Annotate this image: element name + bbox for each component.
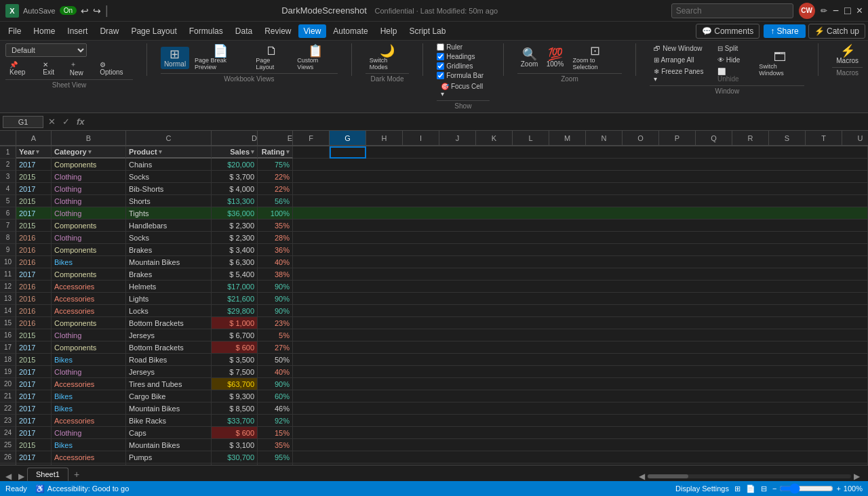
cell-rating-18[interactable]: 50% — [258, 354, 293, 366]
cell-year-18[interactable]: 2015 — [16, 354, 52, 366]
row-num-11[interactable]: 11 — [0, 268, 16, 281]
col-header-m[interactable]: M — [549, 131, 586, 146]
row-num-21[interactable]: 21 — [0, 390, 16, 402]
cell-cat-22[interactable]: Bikes — [52, 402, 126, 415]
cell-empty-21[interactable] — [293, 390, 868, 402]
cell-cat-5[interactable]: Clothing — [52, 195, 126, 207]
cell-sales-3[interactable]: $ 3,700 — [212, 171, 258, 183]
cell-sales-21[interactable]: $ 9,300 — [212, 390, 258, 402]
row-num-5[interactable]: 5 — [0, 195, 16, 207]
cell-year-6[interactable]: 2017 — [16, 207, 52, 220]
cell-empty-15[interactable] — [293, 317, 868, 329]
cell-prod-4[interactable]: Bib-Shorts — [126, 183, 212, 195]
prev-sheet-btn[interactable]: ◀ — [3, 472, 14, 481]
cell-g1[interactable] — [330, 146, 366, 159]
display-settings-btn[interactable]: Display Settings — [675, 484, 729, 493]
header-sales[interactable]: Sales ▾ — [212, 146, 258, 159]
col-header-d[interactable]: D — [212, 131, 258, 146]
cell-sales-19[interactable]: $ 7,500 — [212, 366, 258, 378]
cell-prod-11[interactable]: Brakes — [126, 268, 212, 281]
row-num-15[interactable]: 15 — [0, 317, 16, 329]
col-header-j[interactable]: J — [439, 131, 476, 146]
cell-empty-7[interactable] — [293, 220, 868, 232]
cell-empty-16[interactable] — [293, 329, 868, 342]
cell-year-4[interactable]: 2017 — [16, 183, 52, 195]
cell-rating-9[interactable]: 36% — [258, 244, 293, 256]
row-num-23[interactable]: 23 — [0, 415, 16, 427]
headings-check[interactable]: Headings — [437, 53, 475, 60]
zoom-btn[interactable]: 🔍 Zoom — [517, 47, 542, 69]
col-header-s[interactable]: S — [769, 131, 806, 146]
cell-prod-6[interactable]: Tights — [126, 207, 212, 220]
cell-sales-10[interactable]: $ 6,300 — [212, 256, 258, 268]
arrange-all-btn[interactable]: ⊞ Arrange All — [650, 55, 709, 65]
cell-empty-18[interactable] — [293, 354, 868, 366]
cell-prod-26[interactable]: Pumps — [126, 451, 212, 463]
menu-data[interactable]: Data — [230, 24, 258, 38]
horizontal-scrollbar[interactable] — [648, 474, 851, 478]
cell-sales-20[interactable]: $63,700 — [212, 378, 258, 390]
cell-prod-10[interactable]: Mountain Bikes — [126, 256, 212, 268]
cell-sales-5[interactable]: $13,300 — [212, 195, 258, 207]
cell-year-20[interactable]: 2017 — [16, 378, 52, 390]
cell-year-10[interactable]: 2016 — [16, 256, 52, 268]
header-year[interactable]: Year ▾ — [16, 146, 52, 159]
cell-empty-19[interactable] — [293, 366, 868, 378]
switch-modes-btn[interactable]: 🌙 Switch Modes — [366, 43, 409, 72]
formula-input[interactable] — [90, 117, 865, 127]
options-btn[interactable]: ⚙ Options — [96, 58, 133, 78]
row-num-22[interactable]: 22 — [0, 402, 16, 415]
cell-empty-6[interactable] — [293, 207, 868, 220]
cell-rating-11[interactable]: 38% — [258, 268, 293, 281]
cell-cat-26[interactable]: Accessories — [52, 451, 126, 463]
cell-sales-13[interactable]: $21,600 — [212, 293, 258, 305]
cell-sales-2[interactable]: $20,000 — [212, 159, 258, 171]
col-header-i[interactable]: I — [403, 131, 439, 146]
menu-help[interactable]: Help — [375, 24, 403, 38]
cell-sales-7[interactable]: $ 2,300 — [212, 220, 258, 232]
cell-rating-10[interactable]: 40% — [258, 256, 293, 268]
cell-prod-8[interactable]: Socks — [126, 232, 212, 244]
share-btn[interactable]: ↑ Share — [764, 24, 805, 38]
cell-year-24[interactable]: 2017 — [16, 427, 52, 439]
cell-cat-8[interactable]: Clothing — [52, 232, 126, 244]
minimize-btn[interactable]: − — [833, 5, 839, 17]
cell-empty-9[interactable] — [293, 244, 868, 256]
cell-prod-18[interactable]: Road Bikes — [126, 354, 212, 366]
split-btn[interactable]: ⊟ Split — [713, 43, 751, 54]
row-num-14[interactable]: 14 — [0, 305, 16, 317]
cell-empty-12[interactable] — [293, 281, 868, 293]
row-num-7[interactable]: 7 — [0, 220, 16, 232]
cell-empty-14[interactable] — [293, 305, 868, 317]
cell-rating-5[interactable]: 56% — [258, 195, 293, 207]
cell-empty-25[interactable] — [293, 439, 868, 451]
comments-btn[interactable]: 💬 Comments — [696, 24, 760, 39]
col-header-g[interactable]: G — [330, 131, 366, 146]
cell-year-3[interactable]: 2015 — [16, 171, 52, 183]
row-num-12[interactable]: 12 — [0, 281, 16, 293]
new-window-btn[interactable]: 🗗 New Window — [650, 43, 709, 54]
cell-cat-13[interactable]: Accessories — [52, 293, 126, 305]
cell-empty-13[interactable] — [293, 293, 868, 305]
cell-prod-13[interactable]: Lights — [126, 293, 212, 305]
cell-cat-17[interactable]: Components — [52, 342, 126, 354]
cell-rating-20[interactable]: 90% — [258, 378, 293, 390]
menu-home[interactable]: Home — [28, 24, 60, 38]
row-num-19[interactable]: 19 — [0, 366, 16, 378]
row-num-24[interactable]: 24 — [0, 427, 16, 439]
cell-sales-11[interactable]: $ 5,400 — [212, 268, 258, 281]
row-num-9[interactable]: 9 — [0, 244, 16, 256]
row-num-3[interactable]: 3 — [0, 171, 16, 183]
col-header-o[interactable]: O — [623, 131, 659, 146]
scrollbar-thumb[interactable] — [648, 474, 688, 478]
col-header-b[interactable]: B — [52, 131, 126, 146]
cell-reference[interactable] — [3, 116, 43, 128]
menu-script-lab[interactable]: Script Lab — [403, 24, 451, 38]
cell-cat-15[interactable]: Components — [52, 317, 126, 329]
confirm-formula-btn[interactable]: ✓ — [60, 117, 72, 127]
cell-year-23[interactable]: 2017 — [16, 415, 52, 427]
cell-sales-6[interactable]: $36,000 — [212, 207, 258, 220]
cell-prod-16[interactable]: Jerseys — [126, 329, 212, 342]
header-product[interactable]: Product ▾ — [126, 146, 212, 159]
col-header-n[interactable]: N — [586, 131, 623, 146]
